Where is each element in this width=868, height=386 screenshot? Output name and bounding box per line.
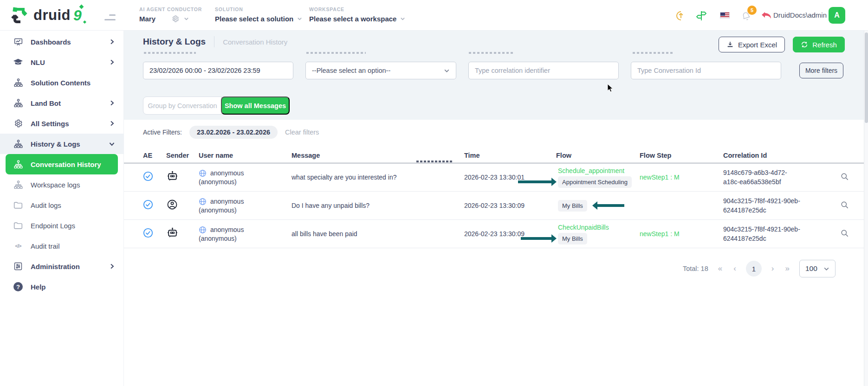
- sidebar-item-label: Administration: [31, 263, 109, 270]
- pagination-last-button[interactable]: »: [784, 264, 791, 273]
- sidebar-item-land-bot[interactable]: Land Bot: [0, 93, 123, 113]
- sidebar-item-audit-logs[interactable]: Audit logs: [0, 195, 123, 215]
- sidebar-item-administration[interactable]: Administration: [0, 256, 123, 277]
- clipped-filter-label: [469, 52, 513, 54]
- chevron-right-icon: [109, 59, 115, 65]
- clear-filters-link[interactable]: Clear filters: [285, 129, 319, 136]
- active-filters-bar: Active Filters: 23.02.2026 - 23.02.2026 …: [143, 126, 319, 139]
- download-icon: [726, 41, 734, 48]
- table-row[interactable]: anonymous (anonymous) Do I have any unpa…: [124, 192, 868, 220]
- signpost-icon[interactable]: [695, 10, 707, 21]
- pagination-prev-button[interactable]: ‹: [732, 264, 738, 273]
- chevron-down-icon[interactable]: [400, 16, 405, 21]
- date-range-input[interactable]: [143, 62, 293, 79]
- active-filter-chip[interactable]: 23.02.2026 - 23.02.2026: [189, 126, 278, 139]
- flow-tag: Appointment Scheduling: [558, 176, 632, 188]
- message-text: all bills have been paid: [291, 229, 464, 238]
- sidebar-item-history-logs[interactable]: History & Logs: [0, 134, 123, 154]
- page-header-band: History & Logs Conversation History Expo…: [124, 31, 868, 120]
- refresh-button[interactable]: Refresh: [793, 37, 845, 52]
- correlation-id: 904c3215-7f8f-4921-90eb- 6244187e25dc: [723, 196, 837, 215]
- page-size-select[interactable]: 100: [799, 260, 836, 277]
- sitemap-icon: [13, 159, 23, 169]
- druid-logo[interactable]: druid 9: [10, 6, 82, 25]
- user-name-sub: (anonymous): [199, 206, 291, 214]
- sidebar-item-endpoint-logs[interactable]: Endpoint Logs: [0, 215, 123, 236]
- flow-link[interactable]: CheckUnpaidBills: [558, 224, 640, 231]
- folder-icon: [13, 200, 23, 210]
- sidebar-item-label: NLU: [31, 58, 109, 66]
- flow-step[interactable]: newStep1 : M: [640, 230, 723, 238]
- clipped-filter-label: [144, 52, 196, 54]
- correlation-id-input[interactable]: [468, 62, 619, 79]
- sidebar-item-nlu[interactable]: NLU: [0, 52, 123, 72]
- flow-link[interactable]: Schedule_appointment: [558, 167, 640, 174]
- conductor-label: AI AGENT CONDUCTOR: [139, 6, 202, 12]
- workspace-label: WORKSPACE: [309, 6, 405, 12]
- details-magnifier-icon[interactable]: [840, 229, 849, 239]
- sitemap-icon: [13, 98, 23, 108]
- sidebar-item-label: All Settings: [31, 120, 109, 128]
- clipped-filter-label: [306, 52, 366, 54]
- col-header-user-name: User name: [199, 152, 291, 159]
- conductor-value[interactable]: Mary: [139, 15, 155, 23]
- sidebar-item-conversation-history[interactable]: Conversation History: [6, 154, 118, 174]
- hamburger-menu-icon[interactable]: [104, 14, 116, 20]
- user-name-sub: (anonymous): [199, 235, 291, 242]
- sidebar-item-audit-trail[interactable]: </> Audit trail: [0, 236, 123, 256]
- solution-label: SOLUTION: [215, 6, 302, 12]
- message-text: Do I have any unpaid bills?: [291, 201, 464, 210]
- window-scrollbar[interactable]: [864, 31, 868, 386]
- upgrade-icon[interactable]: [675, 10, 687, 21]
- refresh-icon: [801, 41, 808, 48]
- export-excel-button[interactable]: Export Excel: [719, 37, 785, 52]
- brand-wordmark: druid: [33, 7, 71, 24]
- table-row[interactable]: anonymous (anonymous) all bills have bee…: [124, 220, 868, 248]
- bot-sender-icon: [166, 170, 199, 185]
- sidebar: Dashboards NLU Solution Contents Land Bo…: [0, 31, 124, 386]
- ae-check-icon: [143, 199, 166, 212]
- group-by-conversation-button[interactable]: Group by Conversation: [143, 96, 222, 115]
- sidebar-item-all-settings[interactable]: All Settings: [0, 113, 123, 134]
- solution-value[interactable]: Please select a solution: [215, 15, 293, 23]
- language-flag-icon[interactable]: [720, 12, 730, 19]
- dashboard-icon: [13, 37, 23, 47]
- main-content: History & Logs Conversation History Expo…: [124, 31, 868, 386]
- col-header-message: Message: [291, 152, 464, 159]
- bot-sender-icon: [166, 227, 199, 241]
- scrollbar-thumb[interactable]: [865, 32, 868, 123]
- workspace-selector: WORKSPACE Please select a workspace: [309, 6, 405, 23]
- avatar[interactable]: A: [829, 7, 845, 24]
- conversation-id-input[interactable]: [631, 62, 781, 79]
- sidebar-item-workspace-logs[interactable]: Workspace logs: [0, 174, 123, 195]
- pagination-first-button[interactable]: «: [717, 264, 724, 273]
- more-filters-button[interactable]: More filters: [799, 63, 843, 78]
- workspace-value[interactable]: Please select a workspace: [309, 15, 396, 23]
- details-magnifier-icon[interactable]: [840, 172, 849, 183]
- user-name: anonymous: [210, 226, 244, 233]
- reply-arrow-icon[interactable]: [760, 10, 772, 21]
- pagination-current-page[interactable]: 1: [746, 261, 762, 277]
- gear-icon[interactable]: [171, 15, 179, 23]
- notifications-badge: 5: [747, 6, 757, 15]
- pagination-next-button[interactable]: ›: [770, 264, 776, 273]
- page-title: History & Logs: [143, 37, 206, 47]
- flow-tag: My Bills: [558, 233, 587, 244]
- chevron-down-icon[interactable]: [184, 16, 189, 21]
- globe-icon: [199, 169, 207, 177]
- details-magnifier-icon[interactable]: [840, 200, 849, 211]
- show-all-messages-button[interactable]: Show all Messages: [221, 96, 290, 115]
- sidebar-item-solution-contents[interactable]: Solution Contents: [0, 72, 123, 93]
- solution-selector: SOLUTION Please select a solution: [215, 6, 302, 23]
- chevron-down-icon[interactable]: [297, 16, 302, 21]
- conductor-selector: AI AGENT CONDUCTOR Mary: [139, 6, 202, 23]
- table-row[interactable]: anonymous (anonymous) what specialty are…: [124, 163, 868, 192]
- flow-pointer-arrow: [521, 237, 551, 240]
- flow-tag: My Bills: [558, 200, 587, 212]
- sidebar-item-help[interactable]: Help: [0, 277, 123, 297]
- current-user-name[interactable]: DruidDocs\admin: [773, 11, 827, 19]
- flow-step[interactable]: newStep1 : M: [640, 174, 723, 181]
- sidebar-item-dashboards[interactable]: Dashboards: [0, 32, 123, 52]
- option-select[interactable]: --Please select an option--: [305, 62, 456, 79]
- help-icon: [13, 282, 23, 292]
